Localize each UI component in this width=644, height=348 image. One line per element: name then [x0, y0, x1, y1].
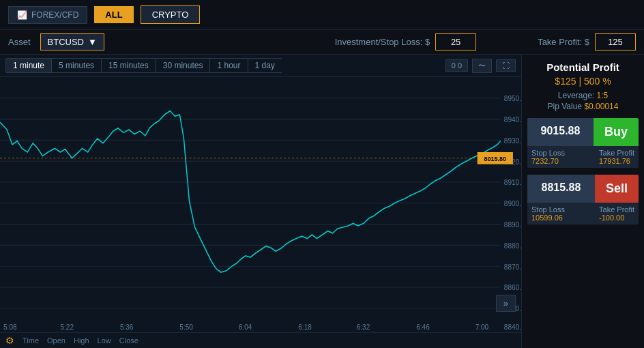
asset-select[interactable]: BTCUSD ▼ [40, 33, 104, 50]
sell-take-profit-value: -100.00 [599, 214, 634, 222]
investment-label: Investment/Stop Loss: $ [335, 37, 430, 47]
svg-text:8910.00: 8910.00 [504, 178, 521, 187]
asset-value: BTCUSD [48, 37, 84, 47]
buy-take-profit-label: Take Profit [599, 149, 634, 157]
svg-text:6:18: 6:18 [298, 322, 312, 331]
timeframe-tabs: 1 minute 5 minutes 15 minutes 30 minutes… [0, 55, 521, 77]
potential-profit-title: Potential Profit [527, 61, 639, 73]
page-wrapper: 📈 FOREX/CFD ALL CRYPTO Asset BTCUSD ▼ In… [0, 0, 644, 348]
sell-button[interactable]: 8815.88 Sell [527, 175, 639, 203]
controls-row: Asset BTCUSD ▼ Investment/Stop Loss: $ T… [0, 30, 644, 55]
crypto-category-button[interactable]: CRYPTO [141, 5, 201, 24]
buy-take-profit-value: 17931.76 [599, 157, 634, 165]
chart-svg-container: 8950.00 8940.00 8930.00 8920.00 8910.00 … [0, 77, 521, 332]
ohlc-button[interactable]: 0 0 [445, 59, 468, 72]
tab-5minutes[interactable]: 5 minutes [51, 58, 101, 73]
sell-sub-info: Stop Loss 10599.06 Take Profit -100.00 [527, 203, 639, 224]
sell-stop-loss-group: Stop Loss 10599.06 [531, 205, 565, 222]
svg-text:8860.00: 8860.00 [504, 283, 521, 292]
forex-cfd-button[interactable]: 📈 FOREX/CFD [8, 6, 87, 24]
asset-label: Asset [8, 37, 31, 47]
buy-label[interactable]: Buy [594, 118, 639, 146]
forex-cfd-label: FOREX/CFD [31, 10, 78, 20]
investment-group: Investment/Stop Loss: $ [335, 33, 476, 50]
chart-bottom: ⚙ Time Open High Low Close [0, 332, 521, 348]
header-section: 📈 FOREX/CFD ALL CRYPTO [0, 0, 644, 30]
sell-section: 8815.88 Sell Stop Loss 10599.06 Take Pro… [527, 175, 639, 224]
leverage-value: 1:5 [597, 91, 609, 100]
tab-30minutes[interactable]: 30 minutes [156, 58, 210, 73]
main-content: 1 minute 5 minutes 15 minutes 30 minutes… [0, 55, 644, 348]
svg-text:8015.80: 8015.80 [484, 155, 506, 162]
tab-15minutes[interactable]: 15 minutes [101, 58, 156, 73]
svg-text:7:00: 7:00 [475, 322, 489, 331]
take-profit-input[interactable] [595, 33, 636, 50]
pip-label: Pip Value [548, 102, 582, 111]
svg-text:8840.00: 8840.00 [504, 322, 521, 331]
buy-sub-info: Stop Loss 7232.70 Take Profit 17931.76 [527, 146, 639, 168]
svg-text:8900.00: 8900.00 [504, 199, 521, 208]
investment-input[interactable] [435, 33, 476, 50]
buy-price: 9015.88 [527, 118, 594, 146]
sell-stop-loss-label: Stop Loss [531, 205, 565, 214]
sell-stop-loss-value: 10599.06 [531, 214, 565, 222]
buy-stop-loss-value: 7232.70 [531, 157, 565, 165]
sell-price: 8815.88 [527, 175, 595, 203]
svg-text:6:46: 6:46 [416, 322, 430, 331]
buy-button[interactable]: 9015.88 Buy [527, 118, 639, 146]
svg-text:8870.00: 8870.00 [504, 262, 521, 271]
svg-text:8890.00: 8890.00 [504, 220, 521, 229]
svg-text:8940.00: 8940.00 [504, 115, 521, 124]
close-label: Close [119, 336, 138, 345]
tab-controls: 0 0 〜 ⛶ [445, 59, 516, 73]
high-label: High [74, 336, 89, 345]
buy-section: 9015.88 Buy Stop Loss 7232.70 Take Profi… [527, 118, 639, 168]
chart-line-icon: 📈 [17, 10, 27, 20]
expand-chart-button[interactable]: ⛶ [496, 59, 516, 72]
pip-value: $0.00014 [584, 102, 618, 111]
sell-take-profit-group: Take Profit -100.00 [599, 205, 634, 222]
svg-text:8930.00: 8930.00 [504, 136, 521, 145]
all-category-button[interactable]: ALL [94, 6, 133, 23]
potential-profit-section: Potential Profit $125 | 500 % Leverage: … [527, 61, 639, 111]
right-panel: Potential Profit $125 | 500 % Leverage: … [521, 55, 644, 348]
sell-label[interactable]: Sell [595, 175, 639, 203]
leverage-row: Leverage: 1:5 [527, 91, 639, 100]
low-label: Low [98, 336, 111, 345]
sell-take-profit-label: Take Profit [599, 205, 634, 214]
settings-icon[interactable]: ⚙ [5, 335, 14, 346]
buy-stop-loss-label: Stop Loss [531, 149, 565, 157]
pip-row: Pip Value $0.00014 [527, 102, 639, 111]
leverage-label: Leverage: [558, 91, 594, 100]
svg-text:5:36: 5:36 [120, 322, 134, 331]
buy-stop-loss-group: Stop Loss 7232.70 [531, 149, 565, 165]
tab-1hour[interactable]: 1 hour [209, 58, 247, 73]
line-chart-button[interactable]: 〜 [472, 59, 492, 73]
svg-text:6:04: 6:04 [239, 322, 252, 331]
open-label: Open [47, 336, 65, 345]
take-profit-group: Take Profit: $ [538, 33, 636, 50]
svg-text:6:32: 6:32 [357, 322, 370, 331]
buy-take-profit-group: Take Profit 17931.76 [599, 149, 634, 165]
svg-text:8950.00: 8950.00 [504, 94, 521, 103]
take-profit-label: Take Profit: $ [538, 37, 589, 47]
chart-area: 1 minute 5 minutes 15 minutes 30 minutes… [0, 55, 521, 348]
tab-1day[interactable]: 1 day [248, 58, 282, 73]
price-chart: 8950.00 8940.00 8930.00 8920.00 8910.00 … [0, 77, 521, 332]
svg-text:5:22: 5:22 [60, 322, 74, 331]
potential-profit-amount: $125 | 500 % [527, 76, 639, 87]
time-label: Time [23, 336, 39, 345]
svg-text:5:50: 5:50 [179, 322, 193, 331]
svg-text:8880.00: 8880.00 [504, 241, 521, 250]
svg-text:5:08: 5:08 [3, 322, 17, 331]
tab-1minute[interactable]: 1 minute [5, 58, 51, 73]
expand-arrows-button[interactable]: » [496, 295, 516, 312]
chevron-down-icon: ▼ [88, 37, 97, 47]
